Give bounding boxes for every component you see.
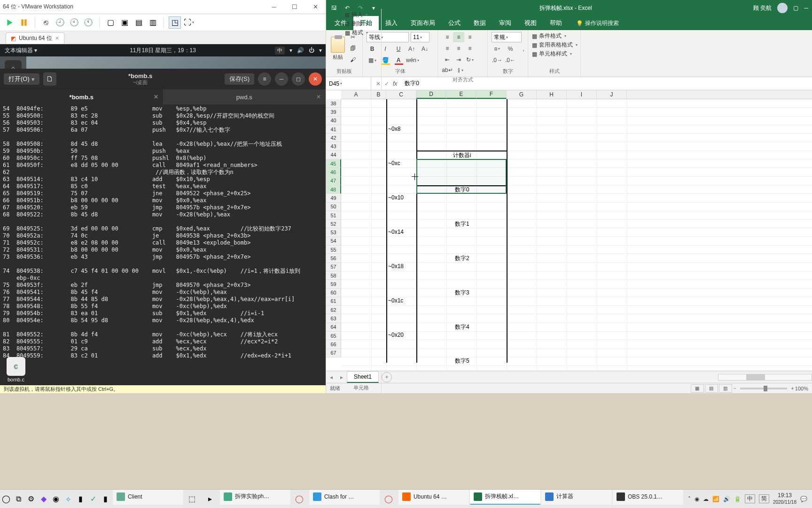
col-H[interactable]: H [537, 90, 567, 99]
zoom-slider[interactable] [740, 388, 787, 389]
row-48[interactable]: 48 [326, 185, 341, 194]
save-icon[interactable]: 🖫 [330, 4, 338, 12]
cond-format-button[interactable]: ▦ 条件格式 [532, 32, 577, 40]
vmware-close[interactable] [305, 0, 326, 14]
tab-insert[interactable]: 插入 [379, 16, 404, 30]
volume-icon[interactable]: 🔊 [297, 47, 304, 54]
vscode-icon[interactable]: ⟡ [62, 490, 74, 508]
row-66[interactable]: 66 [326, 340, 341, 349]
close-tab-icon[interactable]: ✕ [55, 35, 59, 41]
tell-me[interactable]: 💡操作说明搜索 [572, 16, 623, 30]
inc-decimal-icon[interactable]: .0→ [492, 55, 503, 65]
col-D[interactable]: D [416, 90, 446, 99]
row-38[interactable]: 38 [326, 99, 341, 108]
tab-review[interactable]: 审阅 [492, 16, 518, 30]
tab-layout[interactable]: 页面布局 [404, 16, 442, 30]
taskview-icon[interactable]: ⧉ [12, 490, 24, 508]
gedit-newdoc-button[interactable]: 🗋 [43, 72, 56, 86]
vmware-tab-ubuntu[interactable]: ◩ Ubuntu 64 位 ✕ [6, 32, 64, 44]
fx-icon[interactable]: fx [393, 80, 397, 87]
row-67[interactable]: 67 [326, 349, 341, 357]
row-65[interactable]: 65 [326, 332, 341, 340]
col-F[interactable]: F [476, 90, 507, 99]
notifications-icon[interactable]: 💬 [800, 496, 807, 502]
row-59[interactable]: 59 [326, 280, 341, 288]
volume-tray-icon[interactable]: 🔊 [723, 496, 730, 502]
row-61[interactable]: 61 [326, 297, 341, 306]
tray-ime[interactable]: 中 [745, 494, 755, 503]
avatar[interactable] [777, 3, 788, 13]
zoom-in-icon[interactable]: ＋ [790, 385, 795, 392]
snapshot-icon[interactable]: 🕘 [54, 16, 66, 29]
app-icon-1[interactable]: ◆ [37, 490, 49, 508]
app-icon-3[interactable]: ▮ [100, 490, 112, 508]
tab-help[interactable]: 帮助 [543, 16, 569, 30]
col-C[interactable]: C [386, 90, 416, 99]
tab-formulas[interactable]: 公式 [442, 16, 467, 30]
chrome-icon[interactable]: ◯ [290, 490, 308, 508]
underline-button[interactable]: U [393, 44, 404, 54]
grow-font-icon[interactable]: A↑ [406, 44, 417, 54]
view3-icon[interactable]: ▤ [133, 16, 145, 29]
shrink-font-icon[interactable]: A↓ [419, 44, 430, 54]
row-46[interactable]: 46 [326, 168, 341, 176]
gnome-ime[interactable]: 中 [275, 47, 285, 55]
zoom-out-icon[interactable]: － [732, 385, 737, 392]
ribbon-display-icon[interactable]: ▢ [793, 5, 798, 11]
onedrive-icon[interactable]: ☁ [703, 496, 709, 502]
col-B[interactable]: B [371, 90, 386, 99]
gedit-editor[interactable]: 54 80494fe: 89 e5 mov %esp,%ebp 55 80495… [0, 104, 326, 385]
zoom-pct[interactable]: 100% [795, 386, 808, 391]
table-format-button[interactable]: ▦ 套用表格格式 [532, 41, 577, 49]
row-63[interactable]: 63 [326, 314, 341, 323]
todo-icon[interactable]: ✓ [87, 490, 99, 508]
view-normal-icon[interactable]: ▦ [691, 384, 704, 393]
worksheet[interactable]: A B C D E F G H I J 38394041424344454647… [326, 90, 812, 371]
row-50[interactable]: 50 [326, 203, 341, 211]
taskbar-item[interactable]: 计算器 [541, 490, 612, 505]
unity-icon[interactable]: ◳ [169, 16, 181, 29]
format-cells-button[interactable]: ▦ 格式 [345, 29, 377, 37]
accounting-icon[interactable]: ¤ [492, 44, 503, 54]
wrap-icon[interactable]: ab↵ [442, 65, 453, 75]
hscroll[interactable] [718, 374, 812, 381]
gedit-maximize[interactable]: ◻ [292, 72, 305, 86]
fullscreen-icon[interactable]: ⛶ [183, 16, 195, 29]
taskbar-item[interactable]: Client [113, 490, 183, 505]
obs-tray-icon[interactable]: ◉ [695, 496, 699, 502]
network-icon[interactable]: ▾ [289, 47, 292, 54]
percent-icon[interactable]: % [505, 44, 516, 54]
row-51[interactable]: 51 [326, 211, 341, 220]
send-ctrl-alt-del-icon[interactable]: ⎋ [40, 16, 52, 29]
row-43[interactable]: 43 [326, 142, 341, 151]
pinned-icon[interactable]: ▸ [201, 490, 219, 508]
row-55[interactable]: 55 [326, 246, 341, 254]
taskbar-item[interactable]: Ubuntu 64 … [398, 490, 469, 505]
row-41[interactable]: 41 [326, 125, 341, 134]
tray-kbd[interactable]: 简 [759, 494, 769, 503]
new-sheet-button[interactable]: ＋ [382, 372, 392, 382]
dec-decimal-icon[interactable]: .0← [505, 55, 516, 65]
app-icon-2[interactable]: ▮ [75, 490, 87, 508]
caret-down-icon[interactable]: ▾ [319, 47, 322, 54]
col-G[interactable]: G [507, 90, 537, 99]
snapshot-manager-icon[interactable]: 🕙 [68, 16, 80, 29]
view-layout-icon[interactable]: ▤ [705, 384, 718, 393]
font-size[interactable]: 11 [411, 32, 429, 42]
row-64[interactable]: 64 [326, 323, 341, 332]
row-53[interactable]: 53 [326, 228, 341, 237]
align-top-icon[interactable]: ≡ [442, 32, 453, 42]
pause-icon[interactable] [18, 16, 30, 29]
col-E[interactable]: E [446, 90, 476, 99]
gedit-tab-pwd[interactable]: pwd.s✕ [163, 89, 326, 104]
row-62[interactable]: 62 [326, 306, 341, 314]
sheet-nav-prev[interactable]: ◂ [326, 374, 336, 381]
taskbar-item[interactable]: OBS 25.0.1… [613, 490, 683, 505]
close-icon[interactable]: ✕ [316, 94, 321, 100]
gedit-menu-button[interactable]: ≡ [258, 72, 271, 86]
excel-minimize[interactable]: ─ [804, 5, 808, 11]
gedit-save-button[interactable]: 保存(S) [225, 73, 254, 85]
battery-icon[interactable]: 🔋 [734, 496, 741, 502]
row-54[interactable]: 54 [326, 237, 341, 246]
orientation-icon[interactable]: ↻ [464, 55, 476, 65]
